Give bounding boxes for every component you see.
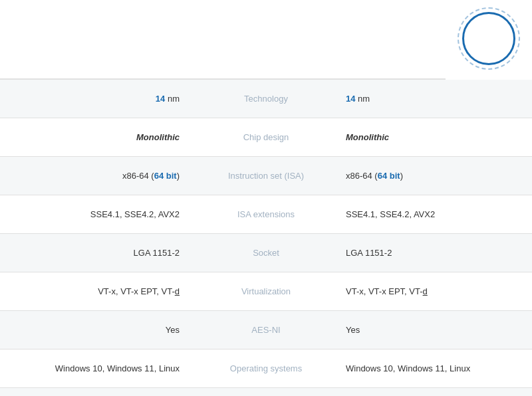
cell-left: SSE4.1, SSE4.2, AVX2 (0, 201, 200, 227)
logo-circle (462, 12, 515, 65)
header-mid (200, 0, 332, 78)
rows-container: 14 nmTechnology14 nmMonolithicChip desig… (0, 80, 532, 396)
table-row: LGA 1151-2SocketLGA 1151-2 (0, 234, 532, 272)
cell-mid: AES-NI (200, 317, 332, 343)
table-row: MonolithicChip designMonolithic (0, 118, 532, 157)
cell-left: LGA 1151-2 (0, 240, 200, 266)
table-row: Q4/2018Release dateQ4/2018 (0, 388, 532, 396)
cell-left: 14 nm (0, 86, 200, 112)
cell-left: Yes (0, 317, 200, 343)
cell-right: Monolithic (332, 124, 532, 150)
cell-right: Windows 10, Windows 11, Linux (332, 355, 532, 381)
cell-mid: Operating systems (200, 355, 332, 381)
cell-mid: Technology (200, 86, 332, 112)
comparison-table: 14 nmTechnology14 nmMonolithicChip desig… (0, 0, 532, 396)
header-left (0, 0, 200, 78)
table-row: Windows 10, Windows 11, LinuxOperating s… (0, 349, 532, 388)
table-row: SSE4.1, SSE4.2, AVX2ISA extensionsSSE4.1… (0, 195, 532, 234)
cell-mid: Instruction set (ISA) (200, 163, 332, 189)
table-row: VT-x, VT-x EPT, VT-dVirtualizationVT-x, … (0, 272, 532, 311)
cell-mid: Chip design (200, 124, 332, 150)
header-row (0, 0, 532, 80)
cell-mid: Socket (200, 240, 332, 266)
cell-left: Monolithic (0, 124, 200, 150)
cell-right: Yes (332, 317, 532, 343)
cell-right: VT-x, VT-x EPT, VT-d (332, 278, 532, 304)
table-row: YesAES-NIYes (0, 311, 532, 349)
cell-right: SSE4.1, SSE4.2, AVX2 (332, 201, 532, 227)
cell-right: x86-64 (64 bit) (332, 163, 532, 189)
table-row: 14 nmTechnology14 nm (0, 80, 532, 118)
cell-left: Windows 10, Windows 11, Linux (0, 355, 200, 381)
table-row: x86-64 (64 bit)Instruction set (ISA)x86-… (0, 157, 532, 195)
cell-right: LGA 1151-2 (332, 240, 532, 266)
logo-box (452, 7, 525, 73)
cell-mid: Virtualization (200, 278, 332, 304)
cell-mid: ISA extensions (200, 201, 332, 227)
cell-right: 14 nm (332, 86, 532, 112)
cell-left: VT-x, VT-x EPT, VT-d (0, 278, 200, 304)
cell-left: x86-64 (64 bit) (0, 163, 200, 189)
logo-area (446, 0, 532, 80)
